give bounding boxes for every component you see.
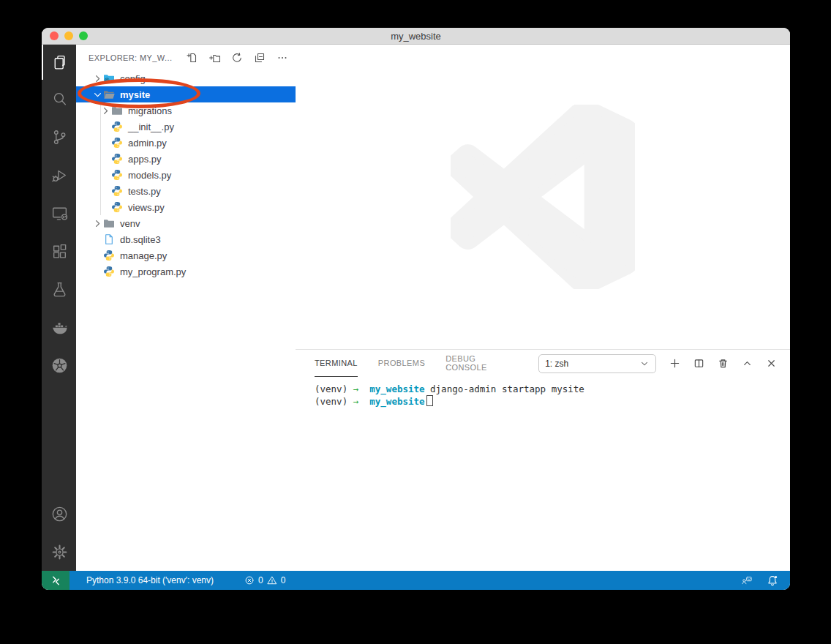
chevron-spacer (99, 137, 111, 149)
kill-terminal-button[interactable] (718, 358, 729, 369)
tree-item-migrations[interactable]: migrations (76, 102, 296, 119)
tree-item-mysite[interactable]: mysite (76, 86, 296, 102)
terminal-picker-dropdown[interactable]: 1: zsh (538, 354, 656, 373)
search-icon (50, 90, 69, 108)
terminal-content[interactable]: (venv) → my_website django-admin startap… (296, 377, 790, 571)
panel-header: TERMINAL PROBLEMS DEBUG CONSOLE 1: zsh (296, 350, 790, 377)
more-actions-button[interactable] (277, 52, 288, 64)
remote-indicator[interactable] (42, 571, 69, 590)
tree-item-tests-py[interactable]: tests.py (76, 183, 296, 199)
minimize-window-button[interactable] (64, 31, 73, 40)
python-interpreter-status[interactable]: Python 3.9.0 64-bit ('venv': venv) (86, 575, 214, 585)
tree-item-label: config (120, 73, 146, 84)
terminal-segment (358, 383, 369, 394)
tab-terminal[interactable]: TERMINAL (315, 350, 358, 377)
activity-remote-explorer-button[interactable] (42, 194, 76, 232)
folder-open-icon (103, 89, 115, 100)
chevron-spacer (99, 185, 111, 197)
tree-item-label: db.sqlite3 (120, 234, 161, 245)
tree-item-db-sqlite3[interactable]: db.sqlite3 (76, 231, 296, 247)
tree-item-label: my_program.py (120, 266, 186, 277)
activity-testing-button[interactable] (42, 270, 76, 308)
terminal-segment: (venv) (315, 396, 353, 407)
new-folder-icon (208, 52, 220, 64)
activity-bar-spacer (42, 384, 76, 495)
close-panel-button[interactable] (766, 358, 777, 369)
sqlite-icon (103, 233, 115, 245)
chevron-spacer (91, 233, 103, 245)
activity-source-control-button[interactable] (42, 118, 76, 156)
new-file-button[interactable] (186, 52, 198, 64)
activity-search-button[interactable] (42, 80, 76, 118)
tree-item-my-program-py[interactable]: my_program.py (76, 263, 296, 280)
tab-problems[interactable]: PROBLEMS (378, 350, 425, 377)
zoom-window-button[interactable] (79, 31, 88, 40)
split-panel-icon (693, 358, 704, 369)
split-terminal-button[interactable] (693, 358, 704, 369)
tree-item-apps-py[interactable]: apps.py (76, 151, 296, 167)
activity-docker-button[interactable] (42, 308, 76, 346)
chevron-right-icon[interactable] (99, 105, 111, 116)
new-file-icon (186, 52, 198, 64)
tree-item-views-py[interactable]: views.py (76, 199, 296, 215)
tree-item-label: manage.py (120, 250, 167, 261)
screenshot-canvas: { "window": { "title": "my_website" }, "… (0, 0, 831, 644)
notifications-button[interactable] (767, 574, 778, 586)
status-bar: Python 3.9.0 64-bit ('venv': venv) 0 0 (42, 571, 790, 590)
file-tree: configmysitemigrations__init__.pyadmin.p… (76, 70, 296, 571)
close-window-button[interactable] (50, 31, 59, 40)
collapse-folders-button[interactable] (254, 52, 266, 64)
activity-bar (42, 45, 76, 571)
terminal-segment (358, 396, 369, 407)
refresh-explorer-button[interactable] (231, 52, 243, 64)
vscode-logo-watermark (451, 105, 635, 289)
explorer-header: EXPLORER: MY_W... (76, 45, 296, 70)
explorer-actions (186, 52, 288, 64)
chevron-right-icon[interactable] (91, 217, 103, 229)
tree-item-config[interactable]: config (76, 70, 296, 86)
feedback-button[interactable] (741, 574, 753, 586)
chevron-spacer (99, 201, 111, 213)
extensions-icon (50, 242, 69, 261)
new-terminal-button[interactable] (669, 358, 680, 369)
activity-extensions-button[interactable] (42, 232, 76, 270)
tree-item-venv[interactable]: venv (76, 215, 296, 231)
activity-account-button[interactable] (42, 495, 76, 533)
remote-icon (50, 575, 61, 586)
tree-item-admin-py[interactable]: admin.py (76, 135, 296, 151)
chevron-down-icon (639, 359, 650, 369)
source-control-icon (50, 128, 69, 146)
refresh-icon (231, 52, 243, 64)
explorer-sidebar: EXPLORER: MY_W... configmysitemigrations… (76, 45, 296, 571)
tree-item-manage-py[interactable]: manage.py (76, 247, 296, 263)
problems-status[interactable]: 0 0 (244, 575, 285, 585)
maximize-panel-button[interactable] (742, 358, 753, 369)
terminal-segment: my_website (369, 383, 424, 394)
terminal-segment: (venv) (315, 383, 353, 394)
new-folder-button[interactable] (208, 52, 220, 64)
trash-icon (718, 358, 729, 369)
tab-debug-console[interactable]: DEBUG CONSOLE (445, 350, 518, 377)
chevron-spacer (99, 169, 111, 181)
activity-explorer-button[interactable] (42, 45, 76, 80)
error-icon (244, 575, 255, 585)
chevron-spacer (99, 121, 111, 132)
remote-explorer-icon (50, 204, 69, 222)
chevron-spacer (91, 266, 103, 277)
tree-item-label: views.py (128, 202, 165, 213)
folder-icon (111, 105, 123, 116)
tree-item-models-py[interactable]: models.py (76, 167, 296, 183)
terminal-picker-value: 1: zsh (545, 359, 639, 369)
editor-area[interactable] (296, 45, 790, 349)
chevron-down-icon[interactable] (91, 89, 103, 100)
ellipsis-icon (277, 52, 288, 64)
close-icon (766, 358, 777, 369)
activity-settings-button[interactable] (42, 533, 76, 571)
gear-icon (50, 543, 69, 561)
tree-item-label: admin.py (128, 138, 167, 149)
chevron-right-icon[interactable] (91, 72, 103, 84)
tree-item-init-py[interactable]: __init__.py (76, 119, 296, 135)
explorer-title: EXPLORER: MY_W... (89, 53, 186, 62)
activity-kubernetes-button[interactable] (42, 346, 76, 384)
activity-run-debug-button[interactable] (42, 156, 76, 194)
